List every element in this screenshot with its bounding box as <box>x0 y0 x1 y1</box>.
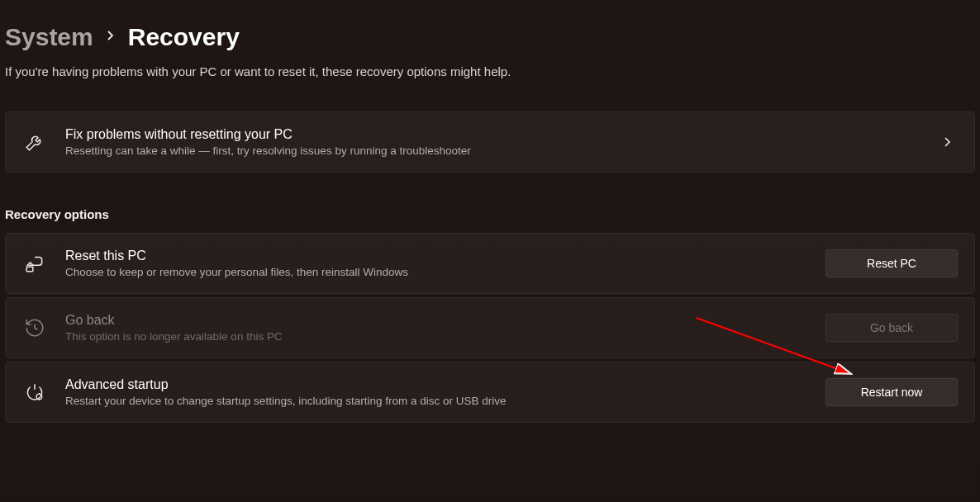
reset-pc-desc: Choose to keep or remove your personal f… <box>65 266 807 278</box>
go-back-row: Go back This option is no longer availab… <box>5 297 975 358</box>
history-icon <box>22 317 47 339</box>
breadcrumb-current: Recovery <box>128 23 240 51</box>
reset-pc-button[interactable]: Reset PC <box>825 249 958 277</box>
advanced-startup-title: Advanced startup <box>65 377 807 392</box>
recovery-options-header: Recovery options <box>0 173 980 233</box>
go-back-title: Go back <box>65 313 807 328</box>
go-back-desc: This option is no longer available on th… <box>65 330 807 343</box>
chevron-right-icon <box>107 30 115 45</box>
wrench-icon <box>22 131 47 153</box>
breadcrumb: System Recovery <box>0 0 980 51</box>
reset-icon <box>22 253 47 274</box>
svg-rect-0 <box>26 267 33 271</box>
fix-problems-desc: Resetting can take a while — first, try … <box>65 144 920 157</box>
advanced-startup-row: Advanced startup Restart your device to … <box>5 362 975 423</box>
page-subtitle: If you're having problems with your PC o… <box>0 51 980 78</box>
breadcrumb-parent[interactable]: System <box>5 23 93 51</box>
reset-pc-title: Reset this PC <box>65 249 807 263</box>
power-gear-icon <box>22 381 47 403</box>
reset-pc-row: Reset this PC Choose to keep or remove y… <box>5 233 975 294</box>
advanced-startup-desc: Restart your device to change startup se… <box>65 395 807 407</box>
fix-problems-title: Fix problems without resetting your PC <box>65 127 920 142</box>
chevron-right-icon <box>938 136 958 148</box>
fix-problems-card[interactable]: Fix problems without resetting your PC R… <box>5 111 975 173</box>
go-back-button: Go back <box>825 314 958 342</box>
restart-now-button[interactable]: Restart now <box>825 378 958 406</box>
